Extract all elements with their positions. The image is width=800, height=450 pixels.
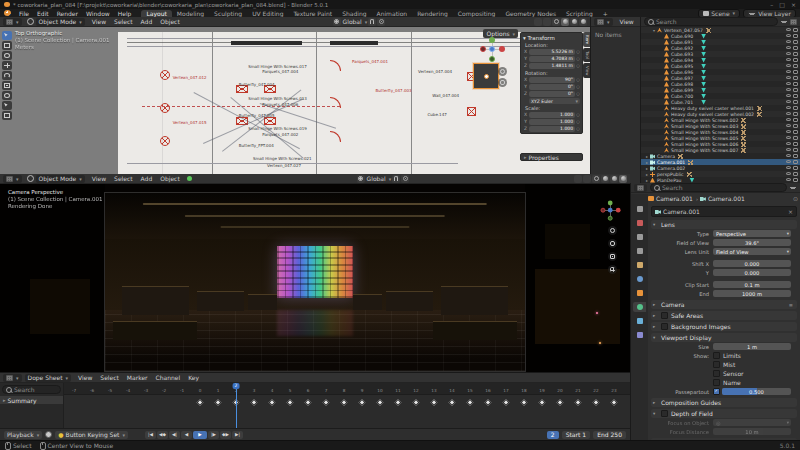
expand-icon[interactable]: ▸ (644, 160, 650, 165)
breadcrumb-data[interactable]: Camera.001 (708, 195, 745, 202)
hide-viewport-icon[interactable] (786, 112, 791, 115)
render-tab[interactable] (633, 218, 646, 228)
prev-keyframe-button[interactable]: ◀◆ (157, 431, 168, 439)
show-overlays-icon[interactable] (583, 175, 591, 183)
disable-render-icon[interactable] (793, 154, 798, 158)
hide-viewport-icon[interactable] (786, 124, 791, 127)
sidebar-tab-view[interactable]: View (583, 63, 590, 79)
hide-viewport-icon[interactable] (786, 160, 791, 163)
workspace-tab-uv-editing[interactable]: UV Editing (247, 10, 288, 17)
zoom-button[interactable] (608, 226, 617, 235)
expand-icon[interactable]: ▸ (644, 154, 650, 159)
disable-render-icon[interactable] (793, 136, 798, 140)
hide-viewport-icon[interactable] (786, 172, 791, 175)
lock-icon[interactable]: ○ (576, 126, 580, 131)
show-name-checkbox[interactable] (713, 379, 720, 386)
scale-x-value[interactable]: 1.000 (529, 112, 575, 118)
hide-viewport-icon[interactable] (786, 130, 791, 133)
shading-solid-icon[interactable] (601, 175, 609, 183)
hide-viewport-icon[interactable] (786, 106, 791, 109)
keyframe[interactable] (214, 399, 222, 407)
blender-app-icon[interactable] (4, 10, 11, 16)
world-tab[interactable] (633, 274, 646, 284)
editor-type-button[interactable]: ▾ (3, 18, 22, 26)
proportional-editing-icon[interactable] (401, 175, 409, 183)
panel-header-depth-of-field[interactable]: ▾Depth of Field (651, 409, 797, 418)
hide-viewport-icon[interactable] (786, 58, 791, 61)
unlink-icon[interactable]: × (788, 208, 793, 215)
mode-selector[interactable]: Object Mode▾ (36, 175, 85, 183)
panel-header-viewport-display[interactable]: ▾Viewport Display (651, 333, 797, 342)
clip-start-field[interactable]: 0.1 m (713, 281, 791, 288)
show-limits-checkbox[interactable] (713, 352, 720, 359)
rotation-mode-dropdown[interactable]: XYZ Euler▾ (529, 98, 580, 104)
keyframe[interactable] (394, 399, 402, 407)
close-button[interactable]: × (791, 1, 796, 8)
keyframe[interactable] (322, 399, 330, 407)
playback-popover[interactable]: Playback▾ (4, 431, 42, 439)
hide-viewport-icon[interactable] (786, 100, 791, 103)
id-datablock-field[interactable]: Camera.001 × (651, 206, 797, 217)
editor-type-button[interactable] (634, 184, 647, 192)
shading-rendered-icon[interactable] (579, 18, 587, 26)
menu-render[interactable]: Render (53, 10, 82, 17)
menu-window[interactable]: Window (82, 10, 114, 17)
rotate-tool[interactable] (2, 71, 12, 80)
mode-selector[interactable]: Object Mode▾ (36, 18, 85, 26)
pan-button[interactable] (608, 239, 617, 248)
measure-tool[interactable] (2, 111, 12, 120)
data-tab[interactable] (633, 302, 646, 312)
axis-x-negative[interactable] (480, 46, 486, 52)
scene-tab[interactable] (633, 260, 646, 270)
hide-viewport-icon[interactable] (786, 28, 791, 31)
hide-viewport-icon[interactable] (786, 136, 791, 139)
jump-to-end-button[interactable]: ▶| (232, 431, 243, 439)
orientation-label[interactable]: Global (367, 175, 386, 182)
menu-view[interactable]: View (88, 175, 110, 182)
disable-render-icon[interactable] (793, 172, 798, 176)
current-frame-badge[interactable]: 2 (233, 383, 240, 389)
menu-add[interactable]: Add (137, 18, 157, 25)
y-field[interactable]: 0.000 (713, 269, 791, 276)
workspace-tab-modeling[interactable]: Modeling (172, 10, 209, 17)
keyframe[interactable] (574, 399, 582, 407)
playhead[interactable] (236, 383, 237, 428)
type-field[interactable]: Perspective (713, 230, 791, 237)
menu-file[interactable]: File (15, 10, 33, 17)
next-keyframe-button[interactable]: ◆▶ (220, 431, 231, 439)
disable-render-icon[interactable] (793, 82, 798, 86)
perspective-toggle-button[interactable] (608, 265, 617, 274)
disable-render-icon[interactable] (793, 52, 798, 56)
background-images-checkbox[interactable] (661, 323, 668, 330)
properties-search-input[interactable]: Search (650, 183, 787, 192)
view-layer-tab[interactable] (633, 246, 646, 256)
workspace-tab-+[interactable]: + (598, 10, 613, 17)
workspace-tab-sculpting[interactable]: Sculpting (209, 10, 247, 17)
axis-y-negative[interactable] (489, 56, 495, 62)
outliner-search-input[interactable]: Search (644, 17, 778, 26)
hide-viewport-icon[interactable] (786, 40, 791, 43)
keyframe[interactable] (520, 399, 528, 407)
disable-render-icon[interactable] (793, 94, 798, 98)
menu-edit[interactable]: Edit (33, 10, 53, 17)
play-button[interactable]: ▶ (193, 431, 207, 439)
menu-channel[interactable]: Channel (152, 374, 185, 381)
frame-end-field[interactable]: End250 (593, 431, 626, 439)
hide-viewport-icon[interactable] (786, 148, 791, 151)
play-reverse-button[interactable]: ◀ (181, 431, 192, 439)
rotation-x-value[interactable]: 90° (529, 77, 575, 83)
menu-view[interactable]: View (616, 18, 638, 25)
hide-viewport-icon[interactable] (786, 46, 791, 49)
axis-z-view[interactable] (489, 46, 495, 52)
show-overlays-icon[interactable] (543, 18, 551, 26)
hide-viewport-icon[interactable] (786, 34, 791, 37)
keyframe[interactable] (412, 399, 420, 407)
disable-render-icon[interactable] (793, 166, 798, 170)
channel-search-input[interactable]: Search (2, 385, 61, 394)
hide-viewport-icon[interactable] (786, 166, 791, 169)
hide-viewport-icon[interactable] (786, 88, 791, 91)
transform-tool[interactable] (2, 91, 12, 100)
panel-header-lens[interactable]: ▾Lens (651, 220, 797, 229)
lock-icon[interactable]: ○ (576, 56, 580, 61)
dope-sheet-mode-selector[interactable]: Dope Sheet▾ (25, 374, 72, 382)
